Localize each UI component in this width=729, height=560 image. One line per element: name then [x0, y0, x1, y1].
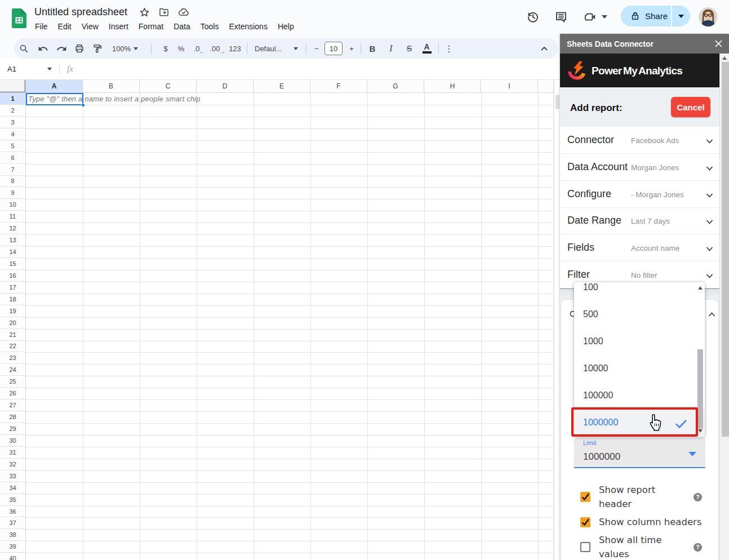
row-header-32[interactable]: 32	[0, 459, 26, 470]
dropdown-option-500[interactable]: 500	[574, 301, 705, 328]
chevron-down-icon[interactable]	[706, 137, 713, 144]
row-header-39[interactable]: 39	[0, 541, 26, 553]
chevron-down-icon[interactable]	[706, 245, 713, 252]
grid-vertical-scrollbar[interactable]	[554, 80, 560, 560]
grid-corner[interactable]	[0, 80, 26, 93]
share-button[interactable]: Share	[621, 6, 690, 26]
menu-insert[interactable]: Insert	[104, 21, 134, 32]
row-header-37[interactable]: 37	[0, 517, 26, 529]
setting-row-configure[interactable]: Configure- Morgan Jones	[560, 181, 719, 208]
row-header-12[interactable]: 12	[0, 223, 26, 234]
row-header-4[interactable]: 4	[0, 128, 26, 140]
row-header-13[interactable]: 13	[0, 234, 26, 246]
increase-font-size-button[interactable]: +	[346, 41, 357, 56]
sidebar-scroll-thumb[interactable]	[722, 62, 729, 437]
more-formats-button[interactable]: 123	[226, 41, 243, 56]
row-header-29[interactable]: 29	[0, 423, 26, 435]
undo-icon[interactable]	[33, 41, 53, 56]
dropdown-option-100000[interactable]: 100000	[574, 382, 705, 409]
col-header-A[interactable]: A	[26, 80, 83, 93]
cancel-button[interactable]: Cancel	[671, 97, 710, 117]
selection-handle[interactable]	[81, 103, 85, 107]
selection-a1[interactable]	[26, 93, 83, 105]
row-header-11[interactable]: 11	[0, 211, 26, 223]
menu-extensions[interactable]: Extensions	[224, 21, 272, 32]
row-header-33[interactable]: 33	[0, 470, 26, 482]
spreadsheet-grid[interactable]: ABCDEFGHI1234567891011121314151617181920…	[0, 80, 554, 560]
sidebar-scrollbar[interactable]	[719, 54, 729, 560]
col-header-partial[interactable]	[538, 80, 554, 93]
strikethrough-button[interactable]: S	[402, 41, 417, 56]
menu-format[interactable]: Format	[134, 21, 168, 32]
checkbox-checked[interactable]	[580, 492, 590, 502]
row-header-21[interactable]: 21	[0, 329, 26, 341]
move-folder-icon[interactable]	[158, 6, 170, 17]
row-header-6[interactable]: 6	[0, 152, 26, 164]
decrease-decimal-button[interactable]: .0←	[190, 41, 208, 56]
row-header-23[interactable]: 23	[0, 352, 26, 364]
options-collapse-chevron-icon[interactable]	[708, 312, 715, 317]
meet-camera-button[interactable]	[584, 10, 607, 24]
camera-caret-icon[interactable]	[602, 15, 607, 19]
row-header-5[interactable]: 5	[0, 140, 26, 152]
grid-scroll-thumb[interactable]	[555, 95, 559, 109]
dropdown-scroll-thumb[interactable]	[697, 349, 703, 429]
star-icon[interactable]	[139, 6, 150, 17]
setting-row-date-range[interactable]: Date RangeLast 7 days	[560, 207, 719, 234]
font-select[interactable]: Defaul...	[251, 41, 300, 56]
row-header-34[interactable]: 34	[0, 482, 26, 494]
decrease-font-size-button[interactable]: −	[312, 41, 321, 56]
dropdown-option-100[interactable]: 100	[574, 282, 705, 301]
row-header-14[interactable]: 14	[0, 246, 26, 258]
setting-row-connector[interactable]: ConnectorFacebook Ads	[560, 127, 719, 154]
share-dropdown-button[interactable]	[672, 15, 691, 18]
checkbox-checked[interactable]	[580, 517, 590, 527]
row-header-38[interactable]: 38	[0, 529, 26, 541]
col-header-E[interactable]: E	[254, 80, 310, 93]
row-header-7[interactable]: 7	[0, 164, 26, 176]
menu-view[interactable]: View	[77, 21, 104, 32]
format-currency-button[interactable]: $	[159, 41, 172, 56]
menu-edit[interactable]: Edit	[53, 21, 77, 32]
row-header-28[interactable]: 28	[0, 411, 26, 423]
row-header-18[interactable]: 18	[0, 294, 26, 305]
font-size-value[interactable]: 10	[325, 42, 343, 55]
help-icon[interactable]: ?	[694, 493, 702, 501]
menu-data[interactable]: Data	[168, 21, 195, 32]
redo-icon[interactable]	[53, 41, 70, 56]
menu-file[interactable]: File	[30, 21, 53, 32]
comment-icon[interactable]	[554, 10, 568, 24]
name-box[interactable]: A1	[0, 65, 52, 73]
row-header-19[interactable]: 19	[0, 305, 26, 317]
row-header-10[interactable]: 10	[0, 199, 26, 211]
col-header-D[interactable]: D	[197, 80, 254, 93]
history-icon[interactable]	[526, 10, 540, 24]
font-size-box[interactable]: 10	[325, 41, 343, 56]
setting-row-data-account[interactable]: Data AccountMorgan Jones	[560, 154, 719, 181]
bold-button[interactable]: B	[364, 41, 380, 56]
dropdown-scroll-down-icon[interactable]	[698, 429, 703, 433]
document-title[interactable]: Untitled spreadsheet	[34, 6, 127, 18]
row-header-1[interactable]: 1	[0, 93, 26, 105]
sheets-logo-icon[interactable]	[12, 8, 26, 28]
row-header-24[interactable]: 24	[0, 364, 26, 376]
cloud-status-icon[interactable]	[178, 6, 189, 17]
row-header-3[interactable]: 3	[0, 117, 26, 128]
row-header-35[interactable]: 35	[0, 494, 26, 506]
row-header-31[interactable]: 31	[0, 447, 26, 459]
row-header-27[interactable]: 27	[0, 399, 26, 411]
zoom-button[interactable]: 100%	[106, 41, 144, 56]
col-header-H[interactable]: H	[424, 80, 481, 93]
menu-tools[interactable]: Tools	[195, 21, 224, 32]
row-header-20[interactable]: 20	[0, 317, 26, 329]
print-icon[interactable]	[70, 41, 88, 56]
row-header-15[interactable]: 15	[0, 258, 26, 270]
chevron-down-icon[interactable]	[706, 217, 713, 225]
checkbox-unchecked[interactable]	[580, 542, 590, 552]
col-header-F[interactable]: F	[310, 80, 367, 93]
collapse-toolbar-button[interactable]	[534, 38, 554, 59]
sidebar-scroll-up-icon[interactable]	[722, 56, 727, 60]
dropdown-option-10000[interactable]: 10000	[574, 355, 705, 382]
chevron-down-icon[interactable]	[706, 191, 713, 198]
more-options-button[interactable]: ⋮	[440, 41, 458, 56]
